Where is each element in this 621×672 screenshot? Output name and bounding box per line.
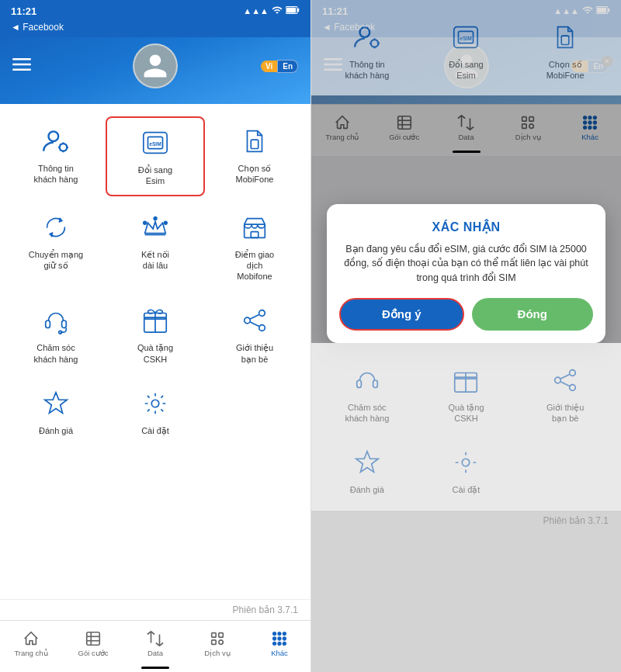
svg-rect-3 xyxy=(12,58,31,61)
svg-rect-37 xyxy=(219,633,224,638)
share-icon xyxy=(238,303,272,338)
menu-item-gioi-thieu[interactable]: Giới thiệubạn bè xyxy=(205,296,304,372)
menu-item-qua-tang[interactable]: Quà tặngCSKH xyxy=(106,296,205,372)
nav-trang-chu-left[interactable]: Trang chủ xyxy=(0,621,62,667)
diem-giao-dich-label: Điểm giaodịchMobifone xyxy=(235,249,274,282)
svg-point-67 xyxy=(570,385,576,391)
svg-rect-60 xyxy=(357,380,362,388)
menu-item-diem-giao-dich[interactable]: Điểm giaodịchMobifone xyxy=(205,203,304,290)
lang-en-left[interactable]: En xyxy=(277,60,298,73)
header-left: Vi En xyxy=(0,37,310,104)
svg-point-39 xyxy=(273,632,276,636)
thong-tin-label: Thông tinkhách hàng xyxy=(34,163,78,185)
danh-gia-label: Đánh giá xyxy=(39,425,73,436)
menu-item-esim[interactable]: eSIM Đổi sangEsim xyxy=(106,116,205,196)
svg-rect-61 xyxy=(373,380,377,388)
version-right: Phiên bản 3.7.1 xyxy=(311,510,621,531)
right-phone-panel: 11:21 ▲▲▲ ◄ Facebook Vi xyxy=(310,0,621,672)
menu-item-chuyen-mang[interactable]: Chuyển mạnggiữ số xyxy=(6,203,106,290)
lang-vi-left[interactable]: Vi xyxy=(261,61,277,72)
overlay-bottom: Chăm sóckhách hàng Quà tặngCSKH Giới thi… xyxy=(311,343,621,672)
bottom-nav-left: Trang chủ Gói cước Data Dịch vụ Khác xyxy=(0,620,310,667)
menu-item-cai-dat[interactable]: Cài đặt xyxy=(106,379,205,444)
menu-item-ket-noi[interactable]: Kết nốidài lâu xyxy=(106,203,205,290)
svg-rect-18 xyxy=(46,320,50,328)
cai-dat-r: Cài đặt xyxy=(417,438,516,503)
status-icons-left: ▲▲▲ xyxy=(243,5,300,17)
close-button[interactable]: Đóng xyxy=(472,298,594,331)
svg-rect-17 xyxy=(251,231,258,237)
menu-item-chon-so-r: Chọn sốMobiFone xyxy=(515,12,615,89)
back-bar-left: ◄ Facebook xyxy=(0,20,310,37)
svg-rect-36 xyxy=(212,640,217,645)
svg-point-6 xyxy=(49,131,59,141)
avatar-container-left xyxy=(67,43,244,88)
hamburger-icon[interactable] xyxy=(12,55,31,74)
battery-icon xyxy=(286,5,300,16)
danh-gia-r: Đánh giá xyxy=(317,438,417,503)
svg-rect-1 xyxy=(297,9,299,12)
svg-point-71 xyxy=(463,459,470,467)
lang-switcher-left[interactable]: Vi En xyxy=(261,60,298,73)
dialog-title: XÁC NHẬN xyxy=(339,220,593,234)
nav-khac-left[interactable]: Khác xyxy=(248,621,310,667)
svg-point-25 xyxy=(245,318,251,324)
svg-rect-5 xyxy=(12,69,31,71)
back-label-left[interactable]: ◄ Facebook xyxy=(11,22,64,33)
svg-point-13 xyxy=(144,221,147,224)
sim-icon-r xyxy=(548,20,582,54)
gioi-thieu-label: Giới thiệubạn bè xyxy=(236,342,273,365)
svg-point-45 xyxy=(273,643,276,646)
svg-line-27 xyxy=(250,315,258,320)
svg-rect-2 xyxy=(286,8,296,13)
cham-soc-label: Chăm sóckhách hàng xyxy=(34,342,78,365)
svg-point-24 xyxy=(259,310,265,317)
star-icon xyxy=(39,386,73,421)
user-gear-icon-r xyxy=(350,20,384,54)
svg-rect-4 xyxy=(12,64,31,66)
esim-icon-r: eSIM xyxy=(449,20,483,54)
svg-point-15 xyxy=(164,221,167,224)
menu-item-esim-r: eSIM Đổi sangEsim xyxy=(417,12,516,89)
gift-card-icon xyxy=(138,303,172,338)
confirm-button[interactable]: Đồng ý xyxy=(339,298,464,331)
svg-point-26 xyxy=(259,325,265,331)
avatar-left[interactable] xyxy=(133,43,178,88)
svg-rect-59 xyxy=(561,36,569,44)
menu-item-chon-so[interactable]: Chọn sốMobiFone xyxy=(205,116,304,196)
svg-point-14 xyxy=(154,216,157,220)
chon-so-label: Chọn sốMobiFone xyxy=(236,163,274,185)
svg-text:eSIM: eSIM xyxy=(149,141,161,147)
svg-rect-35 xyxy=(212,633,217,638)
qua-tang-r: Quà tặngCSKH xyxy=(417,355,516,432)
nav-dich-vu-left[interactable]: Dịch vụ xyxy=(186,621,248,667)
svg-line-69 xyxy=(560,382,569,386)
nav-khac-label-left: Khác xyxy=(271,649,288,657)
svg-point-42 xyxy=(273,637,276,640)
menu-item-danh-gia[interactable]: Đánh giá xyxy=(6,379,106,444)
wifi-icon xyxy=(272,5,283,17)
svg-point-44 xyxy=(283,637,286,640)
svg-rect-11 xyxy=(251,140,258,148)
crown-icon xyxy=(138,210,172,244)
menu-item-cham-soc[interactable]: Chăm sóckhách hàng xyxy=(6,296,106,372)
user-gear-icon xyxy=(39,124,73,158)
menu-item-thong-tin-r: Thông tinkhách hàng xyxy=(317,12,417,89)
cham-soc-r: Chăm sóckhách hàng xyxy=(317,355,417,432)
nav-data-label-left: Data xyxy=(147,649,163,657)
chuyen-mang-label: Chuyển mạnggiữ số xyxy=(29,249,83,272)
svg-point-30 xyxy=(151,400,159,407)
signal-icon: ▲▲▲ xyxy=(243,6,269,16)
left-phone-panel: 11:21 ▲▲▲ ◄ Facebook Vi En xyxy=(0,0,310,672)
time-left: 11:21 xyxy=(11,5,36,17)
menu-grid-right-bottom: Chăm sóckhách hàng Quà tặngCSKH Giới thi… xyxy=(311,343,621,510)
menu-grid-left: Thông tinkhách hàng eSIM Đổi sangEsim xyxy=(0,104,310,450)
menu-item-thong-tin[interactable]: Thông tinkhách hàng xyxy=(6,116,106,196)
nav-data-left[interactable]: Data xyxy=(124,621,186,667)
version-left: Phiên bản 3.7.1 xyxy=(0,599,310,620)
qua-tang-label: Quà tặngCSKH xyxy=(137,342,173,365)
svg-rect-19 xyxy=(62,320,67,328)
nav-goi-cuoc-left[interactable]: Gói cước xyxy=(62,621,124,667)
lang-container-left: Vi En xyxy=(244,60,298,73)
nav-trang-chu-label-left: Trang chủ xyxy=(14,649,47,657)
